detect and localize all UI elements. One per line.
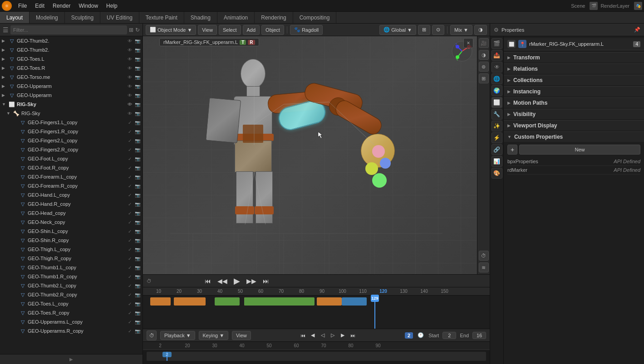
custom-props-header[interactable]: Custom Properties <box>504 131 644 142</box>
prop-tab-view[interactable]: 👁 <box>492 62 502 73</box>
instancing-section-header[interactable]: Instancing <box>504 86 644 97</box>
checkmark-icon[interactable]: ✓ <box>127 319 133 325</box>
list-item-rig-sky[interactable]: ▼ ⬜ RIG-Sky 👁 📷 <box>0 100 143 109</box>
prop-tab-physics[interactable]: ⚡ <box>492 132 502 143</box>
view-btn[interactable]: View <box>198 25 217 35</box>
prop-tab-render[interactable]: 🎬 <box>492 38 502 49</box>
list-item[interactable]: ▽ GEO-Fingers1.R_copy ✓ 📷 <box>0 127 143 136</box>
outliner-search[interactable] <box>10 25 127 34</box>
render-icon[interactable]: 📷 <box>134 246 141 252</box>
tab-sculpting[interactable]: Sculpting <box>65 12 100 23</box>
render-icon[interactable]: 📷 <box>134 273 141 280</box>
viewport-overlay-toggle[interactable]: ⊚ <box>479 62 489 72</box>
viewport-mode-btn[interactable]: ⬜ Object Mode ▼ <box>146 25 196 35</box>
overlay-btn[interactable]: Mix ▼ <box>450 25 472 35</box>
prop-tab-data[interactable]: 📊 <box>492 156 502 167</box>
checkmark-icon[interactable]: ✓ <box>127 246 133 252</box>
list-item[interactable]: ▽ GEO-Hand.L_copy ✓ 📷 <box>0 190 143 199</box>
checkmark-icon[interactable]: ✓ <box>127 210 133 216</box>
jump-to-start-btn[interactable]: ⏮ <box>202 276 213 286</box>
visibility-icon[interactable]: 👁 <box>127 92 133 98</box>
outliner-expand-btn[interactable]: ▶ <box>0 354 143 364</box>
select-btn-2[interactable]: Select <box>219 25 241 35</box>
visibility-icon[interactable]: 👁 <box>127 47 133 53</box>
end-value[interactable]: 16 <box>472 332 486 339</box>
tab-uv-editing[interactable]: UV Editing <box>100 12 139 23</box>
viewport-display-header[interactable]: Viewport Display <box>504 120 644 131</box>
shading-btn[interactable]: ◑ <box>474 25 487 35</box>
checkmark-icon[interactable]: ✓ <box>127 282 133 289</box>
render-icon[interactable]: 📷 <box>134 47 141 53</box>
render-icon[interactable]: 📷 <box>134 74 141 80</box>
render-icon[interactable]: 📷 <box>134 165 141 171</box>
jump-to-end-btn[interactable]: ⏭ <box>261 276 271 286</box>
list-item[interactable]: ▽ GEO-Forearm.R_copy ✓ 📷 <box>0 181 143 190</box>
visibility-icon[interactable]: 👁 <box>127 56 133 62</box>
checkmark-icon[interactable]: ✓ <box>127 328 133 334</box>
render-icon[interactable]: 📷 <box>134 110 141 116</box>
list-item[interactable]: ▶ ▽ GEO-Upperarm 👁 📷 <box>0 91 143 100</box>
viewport-canvas[interactable]: rMarker_RIG-Sky.FK_upperarm.L T R × <box>143 36 490 274</box>
visibility-icon[interactable]: 👁 <box>127 65 133 71</box>
render-icon[interactable]: 📷 <box>134 201 141 207</box>
play-btn[interactable]: ▶ <box>231 276 242 286</box>
second-timeline[interactable]: 2 20 30 40 50 60 70 80 90 2 <box>143 341 490 364</box>
timeline-tracks[interactable]: 129 <box>143 296 490 329</box>
render-icon[interactable]: 📷 <box>134 83 141 89</box>
checkmark-icon[interactable]: ✓ <box>127 183 133 189</box>
tab-texture-paint[interactable]: Texture Paint <box>139 12 184 23</box>
checkmark-icon[interactable]: ✓ <box>127 165 133 171</box>
collections-section-header[interactable]: Collections <box>504 75 644 85</box>
current-frame-indicator[interactable]: 2 <box>405 332 413 339</box>
render-icon[interactable]: 📷 <box>134 56 141 62</box>
menu-help[interactable]: Help <box>103 2 121 10</box>
render-icon[interactable]: 📷 <box>134 219 141 225</box>
render-icon[interactable]: 📷 <box>134 264 141 271</box>
list-item[interactable]: ▽ GEO-Fingers2.R_copy ✓ 📷 <box>0 145 143 154</box>
filter-icon[interactable]: ⊞ <box>129 27 133 33</box>
list-item-rig-sky-child[interactable]: ▼ 🦴 RIG-Sky 👁 📷 <box>0 109 143 118</box>
bb-prev-key[interactable]: ◁ <box>319 331 327 340</box>
new-property-btn[interactable]: New <box>519 145 640 155</box>
snap-btn[interactable]: ⊞ <box>418 25 430 35</box>
list-item[interactable]: ▶ ▽ GEO-Thumb2. 👁 📷 <box>0 36 143 45</box>
menu-edit[interactable]: Edit <box>31 2 48 10</box>
list-item[interactable]: ▽ GEO-Thigh.L_copy ✓ 📷 <box>0 245 143 254</box>
viewport-render-btn[interactable]: ◑ <box>479 50 489 60</box>
list-item[interactable]: ▽ GEO-Upperarms.L_copy ✓ 📷 <box>0 317 143 326</box>
list-item[interactable]: ▽ GEO-Thumb1.L_copy ✓ 📷 <box>0 263 143 272</box>
checkmark-icon[interactable]: ✓ <box>127 201 133 207</box>
tab-animation[interactable]: Animation <box>217 12 255 23</box>
checkmark-icon[interactable]: ✓ <box>127 237 133 243</box>
list-item[interactable]: ▽ GEO-Shin.R_copy ✓ 📷 <box>0 236 143 245</box>
list-item[interactable]: ▽ GEO-Shin.L_copy ✓ 📷 <box>0 227 143 236</box>
render-icon[interactable]: 📷 <box>134 38 141 44</box>
checkmark-icon[interactable]: ✓ <box>127 273 133 280</box>
add-btn[interactable]: Add <box>243 25 260 35</box>
list-item[interactable]: ▽ GEO-Head_copy ✓ 📷 <box>0 209 143 218</box>
render-icon[interactable]: 📷 <box>134 101 141 107</box>
motion-paths-section-header[interactable]: Motion Paths <box>504 97 644 108</box>
render-icon[interactable]: 📷 <box>134 192 141 198</box>
list-item[interactable]: ▶ ▽ GEO-Torso.me 👁 📷 <box>0 73 143 82</box>
viewport-nla-btn[interactable]: ≋ <box>479 262 489 272</box>
list-item[interactable]: ▽ GEO-Forearm.L_copy ✓ 📷 <box>0 172 143 181</box>
render-icon[interactable]: 📷 <box>134 228 141 234</box>
list-item[interactable]: ▶ ▽ GEO-Upperarm 👁 📷 <box>0 82 143 91</box>
bb-step-back[interactable]: ◀ <box>309 331 317 340</box>
relations-section-header[interactable]: Relations <box>504 63 644 74</box>
checkmark-icon[interactable]: ✓ <box>127 128 133 135</box>
prop-tab-constraints[interactable]: 🔗 <box>492 144 502 155</box>
render-icon[interactable]: 📷 <box>134 310 141 316</box>
list-item[interactable]: ▽ GEO-Toes.L_copy ✓ 📷 <box>0 299 143 308</box>
timeline-cursor[interactable]: 129 <box>374 296 375 329</box>
render-icon[interactable]: 📷 <box>134 119 141 126</box>
menu-window[interactable]: Window <box>75 2 102 10</box>
render-icon[interactable]: 📷 <box>134 237 141 243</box>
object-name-display[interactable]: rMarker_RIG-Sky.FK_upperarm.L <box>529 41 630 47</box>
render-icon[interactable]: 📷 <box>134 301 141 307</box>
list-item[interactable]: ▽ GEO-Thumb1.R_copy ✓ 📷 <box>0 272 143 281</box>
prop-tab-output[interactable]: 📤 <box>492 50 502 61</box>
checkmark-icon[interactable]: ✓ <box>127 119 133 126</box>
list-item[interactable]: ▽ GEO-Neck_copy ✓ 📷 <box>0 218 143 227</box>
